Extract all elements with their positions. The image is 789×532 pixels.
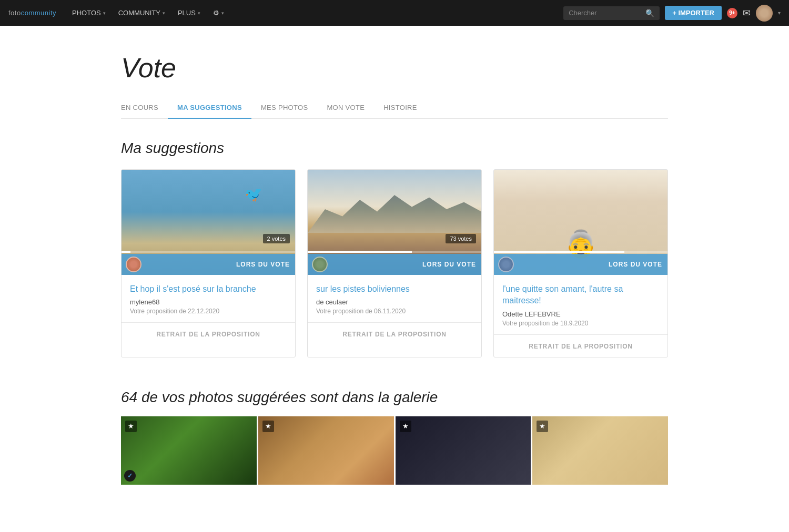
star-badge-2 bbox=[262, 421, 274, 432]
lors-bar-2: LORS DU VOTE bbox=[308, 254, 481, 275]
card-body-2: sur les pistes boliviennes de ceulaer Vo… bbox=[308, 275, 481, 315]
logo-text: fotocommunity bbox=[8, 9, 56, 17]
page-content: Vote EN COURS MA SUGGESTIONS MES PHOTOS … bbox=[105, 26, 684, 500]
card-image-2: 73 votes LORS DU VOTE bbox=[308, 170, 481, 275]
card-date-1: Votre proposition de 22.12.2020 bbox=[130, 308, 287, 315]
tab-mon-vote[interactable]: MON VOTE bbox=[317, 98, 374, 119]
chevron-down-icon: ▾ bbox=[163, 11, 165, 16]
navbar: fotocommunity PHOTOS ▾ COMMUNITY ▾ PLUS … bbox=[0, 0, 789, 26]
nav-item-settings[interactable]: ⚙ ▾ bbox=[207, 0, 230, 26]
progress-fill-2 bbox=[308, 251, 412, 253]
card-image-1: 2 votes LORS DU VOTE bbox=[122, 170, 295, 275]
gallery-strip bbox=[121, 416, 668, 485]
gallery-thumb-4[interactable] bbox=[532, 416, 668, 485]
lors-avatar-3 bbox=[498, 257, 514, 272]
search-input[interactable] bbox=[569, 9, 642, 17]
lors-bar-text-3: LORS DU VOTE bbox=[609, 261, 662, 268]
votes-badge-1: 2 votes bbox=[263, 234, 290, 243]
card-body-1: Et hop il s'est posé sur la branche myle… bbox=[122, 275, 295, 315]
tab-mes-photos[interactable]: MES PHOTOS bbox=[251, 98, 317, 119]
nav-item-community[interactable]: COMMUNITY ▾ bbox=[112, 0, 171, 26]
suggestion-card-2: 73 votes LORS DU VOTE sur les pistes bol… bbox=[307, 169, 482, 357]
tab-ma-suggestions[interactable]: MA SUGGESTIONS bbox=[168, 98, 251, 119]
nav-right: 🔍 + IMPORTER 9+ ✉ ▾ bbox=[563, 5, 781, 22]
card-author-2: de ceulaer bbox=[316, 298, 473, 306]
star-badge-1 bbox=[125, 421, 137, 432]
card-image-3: LORS DU VOTE bbox=[494, 170, 667, 275]
card-footer-3: RETRAIT DE LA PROPOSITION bbox=[494, 334, 667, 357]
tabs: EN COURS MA SUGGESTIONS MES PHOTOS MON V… bbox=[121, 98, 668, 119]
lors-bar-1: LORS DU VOTE bbox=[122, 254, 295, 275]
card-footer-2: RETRAIT DE LA PROPOSITION bbox=[308, 322, 481, 345]
star-badge-4 bbox=[537, 421, 548, 432]
gallery-image-1 bbox=[121, 416, 257, 485]
gallery-title: 64 de vos photos suggérées sont dans la … bbox=[121, 389, 668, 406]
progress-bar-1 bbox=[122, 251, 295, 253]
gallery-image-4 bbox=[532, 416, 668, 485]
retrait-button-1[interactable]: RETRAIT DE LA PROPOSITION bbox=[156, 331, 260, 338]
notification-badge[interactable]: 9+ bbox=[727, 8, 737, 18]
card-author-3: Odette LEFEBVRE bbox=[502, 310, 659, 318]
search-icon[interactable]: 🔍 bbox=[645, 9, 654, 17]
nav-item-plus[interactable]: PLUS ▾ bbox=[171, 0, 207, 26]
progress-bar-2 bbox=[308, 251, 481, 253]
chevron-down-icon: ▾ bbox=[221, 11, 224, 16]
star-badge-3 bbox=[400, 421, 411, 432]
suggestion-card-3: LORS DU VOTE l'une quitte son amant, l'a… bbox=[493, 169, 668, 357]
section-title: Ma suggestions bbox=[121, 140, 668, 157]
tab-en-cours[interactable]: EN COURS bbox=[121, 98, 168, 119]
page-title: Vote bbox=[121, 52, 668, 84]
logo-community: community bbox=[21, 9, 56, 17]
card-date-2: Votre proposition de 06.11.2020 bbox=[316, 308, 473, 315]
cards-grid: 2 votes LORS DU VOTE Et hop il s'est pos… bbox=[121, 169, 668, 357]
lors-avatar-2 bbox=[312, 257, 328, 272]
verified-badge-1 bbox=[124, 470, 136, 482]
lors-bar-3: LORS DU VOTE bbox=[494, 254, 667, 275]
mail-icon[interactable]: ✉ bbox=[743, 7, 751, 19]
lors-bar-text-2: LORS DU VOTE bbox=[422, 261, 476, 268]
lors-avatar-1 bbox=[126, 257, 141, 272]
gallery-thumb-3[interactable] bbox=[396, 416, 531, 485]
suggestion-card-1: 2 votes LORS DU VOTE Et hop il s'est pos… bbox=[121, 169, 296, 357]
progress-fill-1 bbox=[122, 251, 130, 253]
card-body-3: l'une quitte son amant, l'autre sa maitr… bbox=[494, 275, 667, 327]
tab-histoire[interactable]: HISTOIRE bbox=[374, 98, 427, 119]
card-link-1[interactable]: Et hop il s'est posé sur la branche bbox=[130, 283, 287, 295]
import-button[interactable]: + IMPORTER bbox=[665, 6, 722, 20]
chevron-down-icon: ▾ bbox=[198, 11, 200, 16]
search-box[interactable]: 🔍 bbox=[563, 6, 660, 20]
card-date-3: Votre proposition de 18.9.2020 bbox=[502, 320, 659, 327]
chevron-down-icon: ▾ bbox=[103, 11, 106, 16]
gallery-thumb-1[interactable] bbox=[121, 416, 257, 485]
card-footer-1: RETRAIT DE LA PROPOSITION bbox=[122, 322, 295, 345]
card-link-2[interactable]: sur les pistes boliviennes bbox=[316, 283, 473, 295]
suggestions-section: Ma suggestions 2 votes LORS DU VOTE Et bbox=[121, 140, 668, 357]
gallery-image-2 bbox=[258, 416, 394, 485]
votes-badge-2: 73 votes bbox=[446, 234, 476, 243]
logo-foto: foto bbox=[8, 9, 21, 17]
logo[interactable]: fotocommunity bbox=[8, 9, 56, 17]
card-link-3[interactable]: l'une quitte son amant, l'autre sa maitr… bbox=[502, 283, 659, 307]
avatar[interactable] bbox=[756, 5, 773, 22]
user-chevron-icon[interactable]: ▾ bbox=[778, 10, 781, 16]
gallery-thumb-2[interactable] bbox=[258, 416, 394, 485]
retrait-button-3[interactable]: RETRAIT DE LA PROPOSITION bbox=[529, 343, 633, 350]
card-author-1: mylene68 bbox=[130, 298, 287, 306]
gallery-image-3 bbox=[396, 416, 531, 485]
progress-fill-3 bbox=[494, 251, 624, 253]
gallery-section: 64 de vos photos suggérées sont dans la … bbox=[121, 389, 668, 485]
progress-bar-3 bbox=[494, 251, 667, 253]
nav-links: PHOTOS ▾ COMMUNITY ▾ PLUS ▾ ⚙ ▾ bbox=[66, 0, 563, 26]
nav-item-photos[interactable]: PHOTOS ▾ bbox=[66, 0, 112, 26]
lors-bar-text-1: LORS DU VOTE bbox=[236, 261, 290, 268]
retrait-button-2[interactable]: RETRAIT DE LA PROPOSITION bbox=[342, 331, 447, 338]
